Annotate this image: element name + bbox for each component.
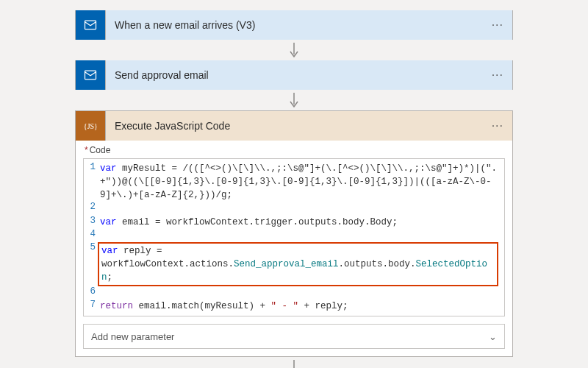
flow-arrow bbox=[287, 90, 301, 110]
step-execute-js-card: {JS} Execute JavaScript Code ··· *Code 1… bbox=[75, 110, 513, 357]
step-execute-js-header[interactable]: {JS} Execute JavaScript Code ··· bbox=[76, 111, 512, 141]
chevron-down-icon: ⌄ bbox=[489, 331, 497, 342]
flow-designer-canvas: When a new email arrives (V3) ··· Send a… bbox=[0, 10, 588, 368]
step-more-button[interactable]: ··· bbox=[490, 119, 505, 132]
highlighted-code-line: 5var reply =workflowContext.actions.Send… bbox=[84, 242, 504, 286]
svg-rect-1 bbox=[85, 71, 96, 79]
step-title: When a new email arrives (V3) bbox=[115, 19, 490, 31]
code-editor[interactable]: 1var myResult = /(([^<>()\[\]\\.,;:\s@"]… bbox=[83, 158, 505, 316]
flow-arrow bbox=[287, 357, 301, 368]
flow-arrow bbox=[287, 40, 301, 60]
step-title: Send approval email bbox=[115, 69, 490, 81]
code-field-label: *Code bbox=[85, 145, 505, 155]
add-parameter-label: Add new parameter bbox=[91, 331, 174, 342]
outlook-icon bbox=[76, 10, 105, 40]
step-send-approval[interactable]: Send approval email ··· bbox=[75, 60, 513, 90]
add-parameter-dropdown[interactable]: Add new parameter ⌄ bbox=[83, 324, 505, 349]
svg-rect-0 bbox=[85, 21, 96, 29]
step-email-trigger[interactable]: When a new email arrives (V3) ··· bbox=[75, 10, 513, 40]
svg-text:{JS}: {JS} bbox=[84, 122, 98, 130]
step-more-button[interactable]: ··· bbox=[490, 18, 505, 32]
outlook-icon bbox=[76, 60, 105, 90]
js-icon: {JS} bbox=[76, 111, 105, 141]
step-title: Execute JavaScript Code bbox=[115, 120, 490, 132]
step-more-button[interactable]: ··· bbox=[490, 68, 505, 82]
